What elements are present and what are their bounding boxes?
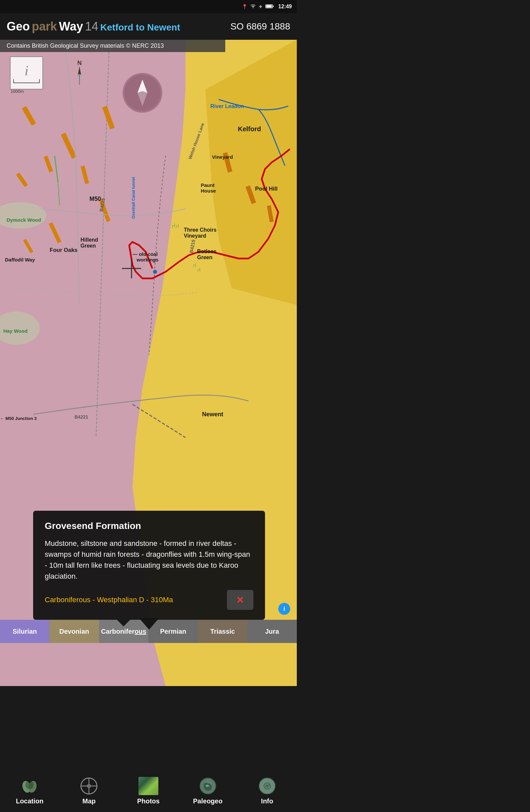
nav-paleogeo[interactable]: Paleogeo [178,769,237,812]
location-nav-icon [20,776,40,796]
jurassic-label: Jura [265,628,279,635]
app-title: Geopark Way 14 Ketford to Newent [6,19,180,33]
svg-point-13 [153,270,157,274]
scale-label: 1000m [11,89,24,94]
title-geo: Geo [6,19,30,33]
tab-silurian[interactable]: Silurian [0,620,49,643]
compass-svg [122,73,162,113]
title-number: 14 [85,19,98,33]
silurian-label: Silurian [13,628,37,635]
title-way: Way [59,19,83,33]
close-icon: × [236,593,244,607]
compass-indicator [122,73,162,113]
svg-text:⑁: ⑁ [172,222,176,229]
info-nav-label: Info [261,797,273,805]
svg-point-46 [266,785,268,787]
tab-triassic[interactable]: Triassic [198,620,247,643]
svg-text:⑁: ⑁ [193,262,196,269]
nav-info[interactable]: Info [237,769,297,812]
popup-arrow [139,618,159,630]
close-popup-button[interactable]: × [227,590,253,610]
time-display: 12:49 [278,4,292,10]
app-header: Geopark Way 14 Ketford to Newent SO 6869… [0,13,297,40]
north-label: N [77,60,82,67]
paleogeo-nav-icon [198,776,218,796]
nav-photos[interactable]: Photos [119,769,178,812]
devonian-label: Devonian [59,628,89,635]
nav-location[interactable]: Location [0,769,59,812]
tab-jurassic[interactable]: Jura [248,620,297,643]
status-bar: 📍 ✈ 12:49 [0,0,297,13]
map-container[interactable]: ⑁ ⑁ ⑁ ⑁ [0,40,297,686]
popup-description: Mudstone, siltstone and sandstone - form… [45,538,253,582]
wifi-icon [250,4,256,10]
svg-text:⑁: ⑁ [176,223,179,229]
svg-rect-1 [266,5,272,7]
paleogeo-nav-label: Paleogeo [193,797,223,805]
battery-icon [265,4,274,10]
map-nav-icon [79,776,99,796]
map-scale-indicator: i [10,56,43,89]
airplane-icon: ✈ [259,4,263,9]
info-popup: Grovesend Formation Mudstone, siltstone … [33,511,265,620]
info-nav-icon [257,776,277,796]
photos-nav-icon [138,776,158,796]
scale-bar [13,79,40,83]
map-nav-label: Map [83,797,96,805]
photos-nav-label: Photos [137,797,160,805]
title-park: park [32,19,57,33]
permian-label: Permian [160,628,186,635]
svg-text:⑁: ⑁ [197,266,201,273]
copyright-text: Contains British Geological Survey mater… [6,42,164,49]
triassic-label: Triassic [210,628,235,635]
info-i-label: i [25,63,29,78]
popup-footer: Carboniferous - Westphalian D - 310Ma × [45,590,253,610]
north-arrow-icon [73,67,86,87]
newent-info-bubble[interactable]: i [278,603,290,615]
bottom-navigation[interactable]: Location Map Photos [0,769,297,812]
svg-rect-2 [273,6,274,7]
coordinates-display: SO 6869 1888 [230,21,290,32]
popup-age: Carboniferous - Westphalian D - 310Ma [45,596,173,604]
tab-devonian[interactable]: Devonian [49,620,99,643]
location-status-icon: 📍 [242,4,248,9]
north-arrow: N [73,60,86,87]
popup-title: Grovesend Formation [45,521,253,531]
location-nav-label: Location [16,797,43,805]
nav-map[interactable]: Map [59,769,119,812]
copyright-banner: Contains British Geological Survey mater… [0,40,225,52]
title-route: Ketford to Newent [100,22,180,33]
